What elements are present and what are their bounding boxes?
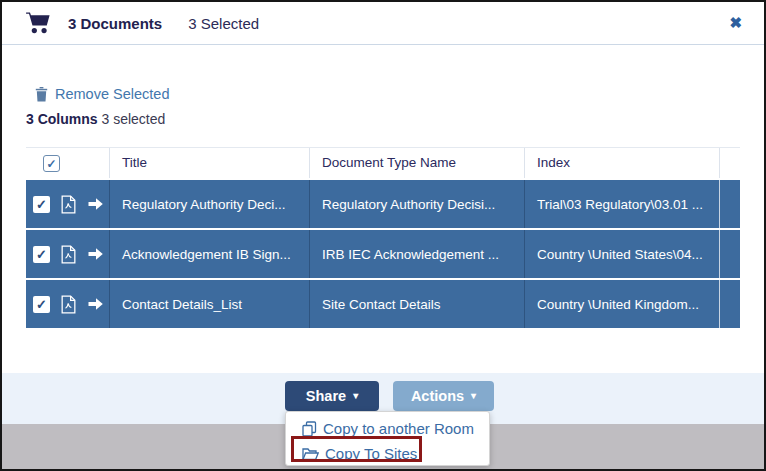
row-title: Regulatory Authority Deci... (110, 180, 310, 228)
shopping-cart-icon (25, 11, 51, 35)
row-checkbox[interactable]: ✓ (33, 246, 50, 263)
table-row[interactable]: ✓ Regulatory Authority Deci... Regulator (26, 180, 740, 228)
row-index: Country \United Kingdom... (525, 280, 720, 328)
column-header-spacer (720, 148, 740, 178)
row-spacer (720, 180, 740, 228)
share-button-label: Share (306, 388, 346, 404)
menu-item-label: Copy to another Room (323, 420, 474, 437)
row-document-type: Site Contact Details (310, 280, 525, 328)
arrow-right-icon[interactable] (87, 197, 104, 211)
row-document-type: IRB IEC Acknowledgement ... (310, 230, 525, 278)
menu-item-copy-to-another-room[interactable]: Copy to another Room (286, 416, 489, 441)
pdf-file-icon[interactable] (61, 295, 76, 314)
remove-selected-label: Remove Selected (55, 86, 169, 102)
arrow-right-icon[interactable] (87, 297, 104, 311)
close-icon[interactable]: ✖ (729, 13, 742, 33)
row-index: Country \United States\04... (525, 230, 720, 278)
columns-count-label: 3 Columns (26, 111, 98, 127)
check-icon: ✓ (46, 149, 56, 179)
column-header-index[interactable]: Index (525, 148, 720, 178)
share-dropdown-menu: Copy to another Room Copy To Sites (285, 411, 490, 466)
row-title: Acknowledgement IB Sign... (110, 230, 310, 278)
row-controls-cell: ✓ (26, 180, 110, 228)
select-all-checkbox[interactable]: ✓ (43, 155, 60, 172)
row-checkbox[interactable]: ✓ (33, 196, 50, 213)
columns-selected-label: 3 selected (101, 111, 165, 127)
header-checkbox-cell: ✓ (26, 148, 110, 178)
copy-icon (302, 421, 317, 437)
actions-button-label: Actions (411, 388, 464, 404)
check-icon: ✓ (36, 247, 47, 262)
table-header-row: ✓ Title Document Type Name Index (26, 147, 740, 178)
row-document-type: Regulatory Authority Decisi... (310, 180, 525, 228)
documents-count-label: 3 Documents (68, 15, 162, 32)
caret-down-icon: ▾ (353, 391, 358, 401)
columns-info: 3 Columns 3 selected (26, 111, 165, 127)
pdf-file-icon[interactable] (61, 195, 76, 214)
row-index: Trial\03 Regulatory\03.01 ... (525, 180, 720, 228)
row-controls-cell: ✓ (26, 230, 110, 278)
documents-table: ✓ Title Document Type Name Index ✓ (26, 147, 740, 328)
column-header-document-type[interactable]: Document Type Name (310, 148, 525, 178)
actions-button[interactable]: Actions ▾ (393, 381, 494, 411)
column-header-title[interactable]: Title (110, 148, 310, 178)
table-row[interactable]: ✓ Acknowledgement IB Sign... IRB IEC Ack (26, 230, 740, 278)
menu-item-copy-to-sites[interactable]: Copy To Sites (286, 441, 489, 466)
row-spacer (720, 230, 740, 278)
share-button[interactable]: Share ▾ (285, 381, 379, 411)
row-controls-cell: ✓ (26, 280, 110, 328)
document-cart-modal: 3 Documents 3 Selected ✖ Remove Selected… (0, 0, 766, 471)
check-icon: ✓ (36, 297, 47, 312)
remove-selected-button[interactable]: Remove Selected (35, 86, 169, 102)
arrow-right-icon[interactable] (87, 247, 104, 261)
check-icon: ✓ (36, 197, 47, 212)
menu-item-label: Copy To Sites (325, 445, 417, 462)
selected-count-label: 3 Selected (188, 15, 259, 32)
modal-header: 3 Documents 3 Selected ✖ (2, 2, 764, 45)
pdf-file-icon[interactable] (61, 245, 76, 264)
caret-down-icon: ▾ (471, 391, 476, 401)
row-title: Contact Details_List (110, 280, 310, 328)
row-checkbox[interactable]: ✓ (33, 296, 50, 313)
row-spacer (720, 280, 740, 328)
trash-icon (35, 87, 48, 102)
table-row[interactable]: ✓ Contact Details_List Site Contact Deta (26, 280, 740, 328)
folder-open-icon (302, 447, 319, 461)
